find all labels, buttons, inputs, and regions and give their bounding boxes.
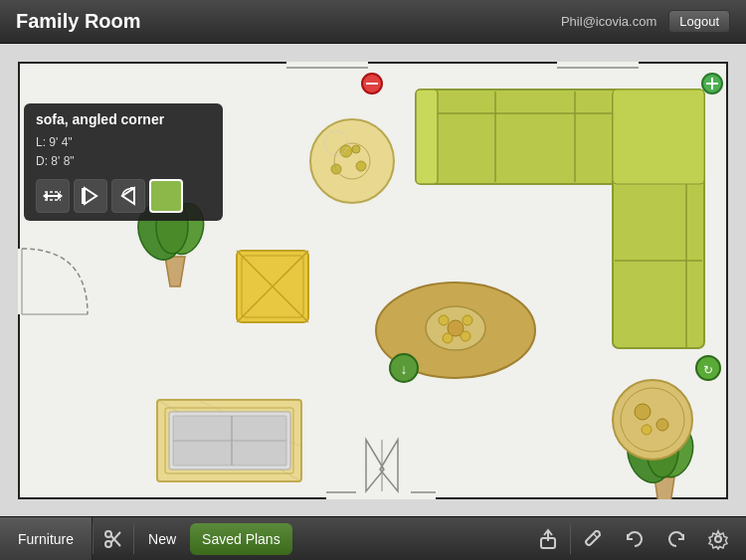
rotate-btn[interactable] [111,179,145,213]
svg-point-56 [642,425,652,435]
share-icon [537,528,559,550]
tooltip-actions [36,179,211,213]
svg-point-54 [635,404,651,420]
header-right: Phil@icovia.com Logout [561,10,730,33]
redo-button[interactable] [656,519,696,559]
user-email: Phil@icovia.com [561,14,656,29]
saved-plans-button[interactable]: Saved Plans [190,523,292,555]
gear-icon [707,528,729,550]
svg-rect-11 [416,90,438,184]
svg-line-82 [594,534,598,538]
scissors-icon [102,528,124,550]
undo-icon [624,528,646,550]
svg-point-34 [439,315,449,325]
depth-value: 8' 8" [51,154,74,168]
svg-point-20 [310,119,394,203]
svg-point-36 [443,333,453,343]
redo-icon [665,528,687,550]
svg-rect-4 [286,62,368,66]
svg-point-83 [715,536,721,542]
bottom-toolbar: Furniture New Saved Plans [0,516,746,560]
tooltip-dimensions: L: 9' 4" D: 8' 8" [36,133,211,171]
furniture-button[interactable]: Furniture [0,517,93,561]
wrench-button[interactable] [573,519,613,559]
svg-point-35 [463,315,472,325]
svg-point-52 [613,380,692,460]
new-button[interactable]: New [134,517,190,561]
svg-point-22 [356,161,366,171]
svg-rect-57 [356,491,411,499]
svg-rect-1 [18,249,22,314]
svg-marker-75 [122,188,134,204]
page-title: Family Room [16,10,141,33]
move-icon-btn[interactable] [36,179,70,213]
depth-label: D: [36,154,48,168]
svg-point-55 [656,419,668,431]
canvas-area[interactable]: ↓ ↻ sofa, angled corner L: 9' 4" D: 8' 8… [0,44,746,516]
svg-rect-19 [613,90,704,184]
furniture-tooltip: sofa, angled corner L: 9' 4" D: 8' 8" [24,103,223,221]
scissors-button[interactable] [93,519,133,559]
length-label: L: [36,135,46,149]
svg-marker-73 [85,188,96,204]
svg-point-37 [461,331,470,341]
logout-button[interactable]: Logout [668,10,730,33]
svg-text:↻: ↻ [703,363,713,377]
toolbar-left: Furniture New Saved Plans [0,517,292,560]
wrench-icon [582,528,604,550]
app-header: Family Room Phil@icovia.com Logout [0,0,746,44]
svg-marker-70 [58,192,63,200]
svg-marker-69 [43,192,48,200]
svg-point-21 [340,145,352,157]
flip-vertical-btn[interactable] [74,179,107,213]
share-button[interactable] [528,519,568,559]
color-swatch-btn[interactable] [149,179,183,213]
svg-rect-6 [557,62,639,66]
undo-button[interactable] [615,519,654,559]
settings-button[interactable] [698,519,738,559]
length-value: 9' 4" [49,135,72,149]
toolbar-right [528,519,746,559]
svg-text:↓: ↓ [401,361,408,377]
divider-3 [570,524,571,554]
tooltip-title: sofa, angled corner [36,111,211,127]
svg-point-24 [352,145,360,153]
